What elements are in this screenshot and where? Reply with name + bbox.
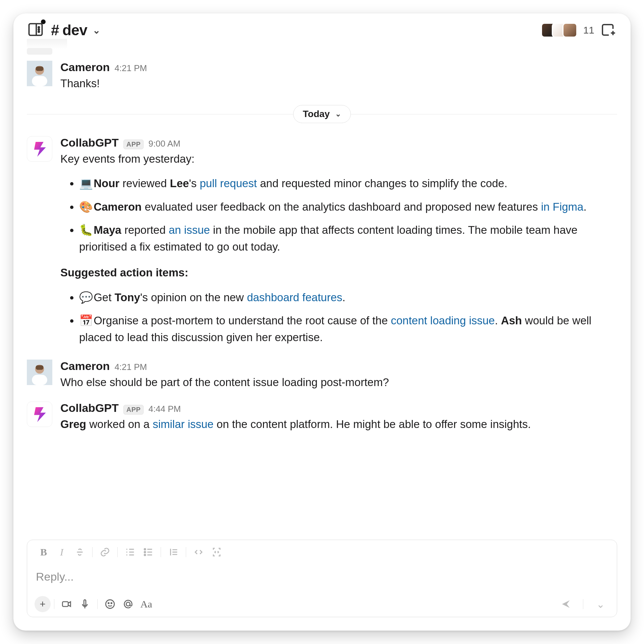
- italic-button[interactable]: I: [53, 545, 71, 559]
- event-list: 💻 Nour reviewed Lee's pull request and r…: [60, 172, 617, 258]
- blockquote-button[interactable]: [164, 545, 182, 559]
- separator: [97, 599, 98, 609]
- svg-point-18: [106, 600, 114, 608]
- separator: [92, 547, 93, 557]
- header-left: # dev ⌄: [27, 21, 100, 40]
- sender-name[interactable]: CollabGPT: [60, 401, 119, 415]
- message-content: CollabGPT APP 9:00 AM Key events from ye…: [60, 136, 617, 349]
- message-input[interactable]: Reply...: [27, 564, 617, 591]
- separator: [161, 547, 161, 557]
- avatar[interactable]: [27, 136, 52, 162]
- mention-button[interactable]: [119, 597, 137, 611]
- action-items-title: Suggested action items:: [60, 264, 617, 281]
- notification-dot: [41, 19, 46, 24]
- formatting-toggle[interactable]: Aa: [137, 597, 155, 611]
- link-button[interactable]: [96, 545, 114, 559]
- header-right: 11: [541, 21, 617, 39]
- separator: [583, 599, 583, 609]
- message-item: [27, 46, 617, 56]
- audio-button[interactable]: [76, 597, 94, 611]
- date-divider: Today ⌄: [27, 104, 617, 124]
- palette-icon: 🎨: [79, 199, 91, 215]
- message-item: CollabGPT APP 9:00 AM Key events from ye…: [27, 131, 617, 355]
- sender-name[interactable]: Cameron: [60, 360, 110, 373]
- svg-rect-8: [36, 66, 44, 71]
- date-pill[interactable]: Today ⌄: [293, 105, 351, 123]
- person-name: Greg: [60, 418, 86, 430]
- timestamp: 4:44 PM: [148, 404, 181, 414]
- channel-name: dev: [62, 22, 87, 39]
- scroll-fade: [27, 46, 67, 49]
- message-content: Cameron 4:21 PM Thanks!: [60, 61, 147, 92]
- dashboard-features-link[interactable]: dashboard features: [247, 291, 342, 304]
- svg-point-13: [144, 548, 146, 550]
- strikethrough-button[interactable]: [71, 545, 89, 559]
- member-avatar: [562, 23, 577, 38]
- person-name: Ash: [501, 314, 522, 327]
- collabgpt-logo-icon: [30, 405, 49, 424]
- message-content: Cameron 4:21 PM Who else should be part …: [60, 360, 389, 391]
- calendar-icon: 📅: [79, 312, 91, 329]
- person-avatar-icon: [27, 360, 52, 385]
- member-count: 11: [583, 24, 594, 36]
- pull-request-link[interactable]: pull request: [200, 177, 257, 190]
- sender-name[interactable]: CollabGPT: [60, 136, 119, 149]
- list-item: 🐛 Maya reported an issue in the mobile a…: [79, 218, 617, 258]
- send-options-button[interactable]: ⌄: [591, 597, 609, 611]
- bullet-list-button[interactable]: [139, 545, 157, 559]
- send-button[interactable]: [557, 597, 575, 611]
- chevron-down-icon: ⌄: [335, 110, 341, 118]
- svg-point-21: [126, 602, 130, 606]
- emoji-button[interactable]: [101, 597, 119, 611]
- sender-name[interactable]: Cameron: [60, 61, 110, 74]
- avatar[interactable]: [27, 61, 52, 86]
- content-loading-issue-link[interactable]: content loading issue: [391, 314, 495, 327]
- member-avatars[interactable]: [541, 23, 577, 38]
- bug-icon: 🐛: [79, 222, 91, 238]
- new-message-button[interactable]: [600, 21, 617, 39]
- message-text: Greg worked on a similar issue on the co…: [60, 416, 531, 433]
- chevron-down-icon: ⌄: [93, 25, 100, 36]
- similar-issue-link[interactable]: similar issue: [153, 418, 214, 430]
- message-item: Cameron 4:21 PM Thanks!: [27, 56, 617, 98]
- avatar-placeholder: [27, 48, 52, 55]
- svg-point-19: [108, 603, 109, 604]
- attach-button[interactable]: +: [35, 596, 51, 612]
- collabgpt-logo-icon: [30, 140, 49, 158]
- codeblock-button[interactable]: [208, 545, 226, 559]
- ordered-list-button[interactable]: [121, 545, 139, 559]
- person-avatar-icon: [27, 61, 52, 86]
- message-item: Cameron 4:21 PM Who else should be part …: [27, 355, 617, 397]
- video-button[interactable]: [58, 597, 76, 611]
- action-toolbar: + Aa ⌄: [27, 591, 617, 617]
- compose-icon: [600, 21, 617, 38]
- bold-button[interactable]: B: [35, 545, 53, 559]
- channel-name-button[interactable]: # dev ⌄: [51, 22, 100, 39]
- svg-point-3: [38, 29, 39, 30]
- intro-line: Key events from yesterday:: [60, 151, 617, 167]
- issue-link[interactable]: an issue: [169, 224, 210, 236]
- date-label: Today: [303, 109, 330, 119]
- app-badge: APP: [123, 140, 144, 149]
- message-text: Key events from yesterday: 💻 Nour review…: [60, 151, 617, 349]
- figma-link[interactable]: in Figma: [541, 201, 584, 213]
- svg-rect-0: [29, 24, 42, 36]
- format-toolbar: B I: [27, 540, 617, 564]
- avatar[interactable]: [27, 360, 52, 385]
- hash-icon: #: [51, 22, 59, 39]
- svg-rect-11: [32, 375, 47, 385]
- avatar[interactable]: [27, 401, 52, 427]
- separator: [54, 599, 54, 609]
- message-text: Thanks!: [60, 75, 147, 92]
- message-text: Who else should be part of the content i…: [60, 374, 389, 391]
- svg-point-14: [144, 551, 146, 553]
- sidebar-toggle[interactable]: [27, 21, 44, 40]
- person-name: Cameron: [94, 201, 142, 213]
- timestamp: 9:00 AM: [148, 139, 180, 149]
- code-button[interactable]: [190, 545, 208, 559]
- svg-rect-7: [32, 76, 47, 86]
- svg-rect-16: [62, 602, 68, 606]
- message-item: CollabGPT APP 4:44 PM Greg worked on a s…: [27, 397, 617, 439]
- timestamp: 4:21 PM: [114, 63, 147, 73]
- person-name: Nour: [94, 177, 119, 190]
